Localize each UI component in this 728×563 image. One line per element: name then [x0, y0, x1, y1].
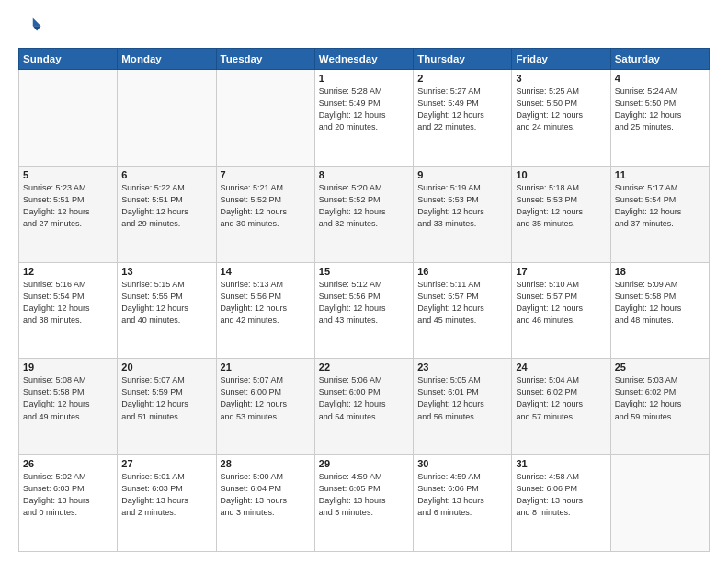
day-info: Sunrise: 5:12 AM Sunset: 5:56 PM Dayligh…	[319, 279, 409, 327]
calendar-cell: 10Sunrise: 5:18 AM Sunset: 5:53 PM Dayli…	[512, 166, 610, 262]
day-info: Sunrise: 5:09 AM Sunset: 5:58 PM Dayligh…	[615, 279, 705, 327]
calendar-cell: 2Sunrise: 5:27 AM Sunset: 5:49 PM Daylig…	[414, 70, 512, 167]
day-number: 13	[121, 266, 211, 277]
day-number: 16	[417, 266, 507, 277]
day-info: Sunrise: 5:07 AM Sunset: 6:00 PM Dayligh…	[221, 374, 311, 422]
calendar-cell: 27Sunrise: 5:01 AM Sunset: 6:03 PM Dayli…	[118, 455, 216, 552]
day-number: 8	[319, 169, 409, 180]
calendar-cell: 7Sunrise: 5:21 AM Sunset: 5:52 PM Daylig…	[216, 166, 314, 262]
day-number: 28	[221, 458, 311, 469]
day-number: 11	[615, 169, 705, 180]
calendar-cell	[216, 70, 314, 167]
calendar-cell: 17Sunrise: 5:10 AM Sunset: 5:57 PM Dayli…	[512, 262, 610, 359]
calendar-cell: 5Sunrise: 5:23 AM Sunset: 5:51 PM Daylig…	[19, 166, 118, 262]
day-info: Sunrise: 5:27 AM Sunset: 5:49 PM Dayligh…	[417, 86, 507, 133]
calendar-cell	[610, 455, 709, 552]
page: SundayMondayTuesdayWednesdayThursdayFrid…	[0, 0, 728, 563]
day-info: Sunrise: 5:03 AM Sunset: 6:02 PM Dayligh…	[615, 374, 705, 422]
day-number: 3	[516, 73, 606, 84]
day-number: 17	[516, 266, 606, 277]
day-number: 9	[417, 169, 507, 180]
calendar-cell: 21Sunrise: 5:07 AM Sunset: 6:00 PM Dayli…	[216, 359, 314, 455]
calendar-week-5: 26Sunrise: 5:02 AM Sunset: 6:03 PM Dayli…	[19, 455, 710, 552]
day-info: Sunrise: 5:25 AM Sunset: 5:50 PM Dayligh…	[516, 86, 606, 133]
svg-marker-0	[33, 18, 41, 27]
svg-marker-1	[33, 26, 41, 30]
calendar-cell	[118, 70, 216, 167]
calendar-cell: 4Sunrise: 5:24 AM Sunset: 5:50 PM Daylig…	[610, 70, 709, 167]
day-number: 10	[516, 169, 606, 180]
calendar-cell: 29Sunrise: 4:59 AM Sunset: 6:05 PM Dayli…	[314, 455, 413, 552]
day-info: Sunrise: 5:00 AM Sunset: 6:04 PM Dayligh…	[221, 471, 311, 519]
calendar-header-monday: Monday	[118, 49, 216, 70]
day-info: Sunrise: 5:24 AM Sunset: 5:50 PM Dayligh…	[615, 86, 705, 133]
calendar-header-wednesday: Wednesday	[314, 49, 413, 70]
calendar-cell: 31Sunrise: 4:58 AM Sunset: 6:06 PM Dayli…	[512, 455, 610, 552]
day-info: Sunrise: 5:06 AM Sunset: 6:00 PM Dayligh…	[319, 374, 409, 422]
day-number: 22	[319, 362, 409, 373]
calendar-cell: 9Sunrise: 5:19 AM Sunset: 5:53 PM Daylig…	[414, 166, 512, 262]
day-number: 20	[121, 362, 211, 373]
day-info: Sunrise: 5:04 AM Sunset: 6:02 PM Dayligh…	[516, 374, 606, 422]
day-number: 25	[615, 362, 705, 373]
day-info: Sunrise: 5:17 AM Sunset: 5:54 PM Dayligh…	[615, 182, 705, 230]
day-info: Sunrise: 5:23 AM Sunset: 5:51 PM Dayligh…	[23, 182, 113, 230]
day-info: Sunrise: 5:02 AM Sunset: 6:03 PM Dayligh…	[23, 471, 113, 519]
calendar-cell: 25Sunrise: 5:03 AM Sunset: 6:02 PM Dayli…	[610, 359, 709, 455]
day-number: 18	[615, 266, 705, 277]
calendar-header-thursday: Thursday	[414, 49, 512, 70]
header	[18, 15, 710, 40]
calendar-week-1: 1Sunrise: 5:28 AM Sunset: 5:49 PM Daylig…	[19, 70, 710, 167]
calendar-week-4: 19Sunrise: 5:08 AM Sunset: 5:58 PM Dayli…	[19, 359, 710, 455]
day-number: 26	[23, 458, 113, 469]
day-number: 14	[221, 266, 311, 277]
calendar-cell: 16Sunrise: 5:11 AM Sunset: 5:57 PM Dayli…	[414, 262, 512, 359]
calendar-cell: 14Sunrise: 5:13 AM Sunset: 5:56 PM Dayli…	[216, 262, 314, 359]
day-info: Sunrise: 4:59 AM Sunset: 6:05 PM Dayligh…	[319, 471, 409, 519]
calendar-cell: 11Sunrise: 5:17 AM Sunset: 5:54 PM Dayli…	[610, 166, 709, 262]
day-info: Sunrise: 5:16 AM Sunset: 5:54 PM Dayligh…	[23, 279, 113, 327]
calendar-cell: 15Sunrise: 5:12 AM Sunset: 5:56 PM Dayli…	[314, 262, 413, 359]
calendar-header-tuesday: Tuesday	[216, 49, 314, 70]
calendar-cell: 12Sunrise: 5:16 AM Sunset: 5:54 PM Dayli…	[19, 262, 118, 359]
calendar-cell	[19, 70, 118, 167]
day-info: Sunrise: 5:22 AM Sunset: 5:51 PM Dayligh…	[121, 182, 211, 230]
calendar-cell: 24Sunrise: 5:04 AM Sunset: 6:02 PM Dayli…	[512, 359, 610, 455]
day-info: Sunrise: 5:01 AM Sunset: 6:03 PM Dayligh…	[121, 471, 211, 519]
day-info: Sunrise: 5:15 AM Sunset: 5:55 PM Dayligh…	[121, 279, 211, 327]
calendar-cell: 30Sunrise: 4:59 AM Sunset: 6:06 PM Dayli…	[414, 455, 512, 552]
day-info: Sunrise: 5:11 AM Sunset: 5:57 PM Dayligh…	[417, 279, 507, 327]
calendar-cell: 3Sunrise: 5:25 AM Sunset: 5:50 PM Daylig…	[512, 70, 610, 167]
day-number: 7	[221, 169, 311, 180]
day-number: 23	[417, 362, 507, 373]
logo-icon	[18, 15, 44, 40]
day-info: Sunrise: 5:18 AM Sunset: 5:53 PM Dayligh…	[516, 182, 606, 230]
calendar-header-friday: Friday	[512, 49, 610, 70]
day-number: 31	[516, 458, 606, 469]
day-number: 2	[417, 73, 507, 84]
day-number: 6	[121, 169, 211, 180]
day-info: Sunrise: 5:21 AM Sunset: 5:52 PM Dayligh…	[221, 182, 311, 230]
day-info: Sunrise: 5:05 AM Sunset: 6:01 PM Dayligh…	[417, 374, 507, 422]
day-number: 1	[319, 73, 409, 84]
day-number: 30	[417, 458, 507, 469]
day-number: 12	[23, 266, 113, 277]
day-number: 19	[23, 362, 113, 373]
logo	[18, 15, 48, 40]
day-info: Sunrise: 4:58 AM Sunset: 6:06 PM Dayligh…	[516, 471, 606, 519]
day-info: Sunrise: 5:20 AM Sunset: 5:52 PM Dayligh…	[319, 182, 409, 230]
day-number: 4	[615, 73, 705, 84]
calendar-week-2: 5Sunrise: 5:23 AM Sunset: 5:51 PM Daylig…	[19, 166, 710, 262]
day-number: 15	[319, 266, 409, 277]
day-info: Sunrise: 4:59 AM Sunset: 6:06 PM Dayligh…	[417, 471, 507, 519]
day-info: Sunrise: 5:07 AM Sunset: 5:59 PM Dayligh…	[121, 374, 211, 422]
calendar-cell: 19Sunrise: 5:08 AM Sunset: 5:58 PM Dayli…	[19, 359, 118, 455]
calendar-cell: 18Sunrise: 5:09 AM Sunset: 5:58 PM Dayli…	[610, 262, 709, 359]
day-number: 5	[23, 169, 113, 180]
day-info: Sunrise: 5:08 AM Sunset: 5:58 PM Dayligh…	[23, 374, 113, 422]
calendar-table: SundayMondayTuesdayWednesdayThursdayFrid…	[18, 48, 710, 552]
day-number: 29	[319, 458, 409, 469]
calendar-header-sunday: Sunday	[19, 49, 118, 70]
calendar-week-3: 12Sunrise: 5:16 AM Sunset: 5:54 PM Dayli…	[19, 262, 710, 359]
calendar-cell: 23Sunrise: 5:05 AM Sunset: 6:01 PM Dayli…	[414, 359, 512, 455]
